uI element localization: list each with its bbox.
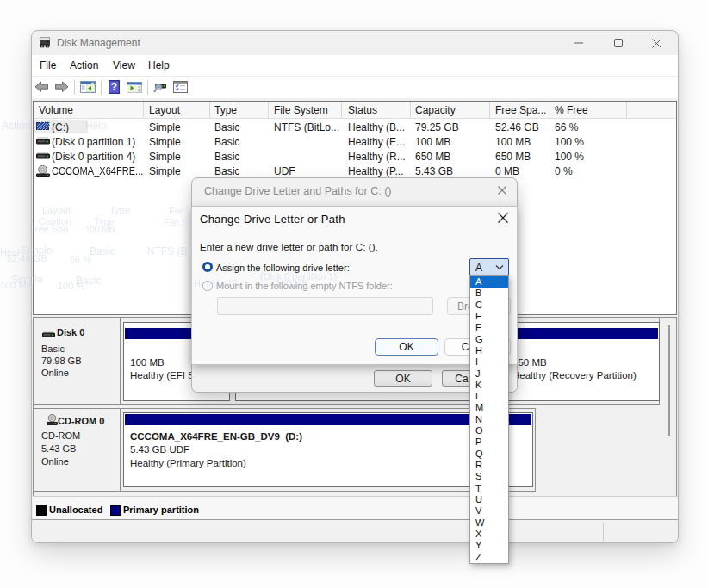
- drive-letter-option-O[interactable]: O: [470, 425, 508, 436]
- graph-scrollbar[interactable]: [668, 325, 670, 436]
- cell-volume: CCCOMA_X64FRE...: [52, 165, 143, 177]
- drive-letter-option-Q[interactable]: Q: [470, 449, 508, 460]
- show-action-pane-icon[interactable]: [127, 82, 142, 93]
- column-header-capacity[interactable]: Capacity: [415, 104, 456, 116]
- parent-dialog-close-icon[interactable]: [494, 183, 510, 198]
- drive-letter-option-Z[interactable]: Z: [470, 552, 508, 563]
- drive-letter-option-H[interactable]: H: [470, 345, 508, 356]
- column-header-type[interactable]: Type: [214, 104, 237, 116]
- show-console-tree-icon[interactable]: [80, 81, 96, 93]
- cell-status: Healthy (P...: [348, 165, 403, 177]
- disk-kind: Basic: [41, 344, 65, 354]
- cell-capacity: 5.43 GB: [415, 165, 453, 177]
- drive-letter-option-E[interactable]: E: [470, 311, 508, 322]
- column-separator: [489, 102, 490, 118]
- drive-letter-option-I[interactable]: I: [470, 356, 508, 368]
- drive-letter-option-B[interactable]: B: [470, 288, 508, 299]
- column-header-volume[interactable]: Volume: [39, 104, 73, 116]
- drive-letter-option-G[interactable]: G: [470, 334, 508, 345]
- column-separator: [550, 102, 550, 118]
- toolbar-separator: [147, 80, 148, 95]
- svg-text:?: ?: [111, 81, 117, 93]
- disk-info-panel[interactable]: CD-ROM 0CD-ROM5.43 GBOnline: [34, 409, 121, 491]
- parent-dialog-title: Change Drive Letter and Paths for C: (): [204, 185, 391, 197]
- rescan-disks-icon[interactable]: [153, 81, 167, 95]
- cell-type: Basic: [214, 165, 239, 177]
- legend-bar: UnallocatedPrimary partition: [33, 497, 679, 522]
- back-icon[interactable]: [34, 81, 49, 93]
- cell-layout: Simple: [149, 151, 181, 163]
- cell-free: 650 MB: [495, 151, 531, 163]
- column-header--free[interactable]: % Free: [555, 104, 588, 116]
- mount-path-field[interactable]: [217, 297, 433, 315]
- maximize-button[interactable]: [601, 31, 636, 55]
- drive-letter-option-S[interactable]: S: [470, 471, 508, 482]
- help-icon[interactable]: ?: [109, 80, 120, 94]
- drive-letter-option-P[interactable]: P: [470, 436, 508, 448]
- drive-letter-option-X[interactable]: X: [470, 529, 508, 540]
- cell-layout: Simple: [149, 165, 181, 177]
- assign-drive-letter-label: Assign the following drive letter:: [216, 263, 350, 273]
- drive-letter-option-J[interactable]: J: [470, 368, 508, 380]
- cd-icon: [36, 165, 50, 177]
- drive-letter-option-T[interactable]: T: [470, 483, 508, 494]
- ok-button[interactable]: OK: [375, 338, 438, 356]
- ghost-text: 100 MB: [0, 280, 33, 290]
- menu-action[interactable]: Action: [70, 59, 98, 71]
- disk-band-cd-rom-0: CD-ROM 0CD-ROM5.43 GBOnlineCCCOMA_X64FRE…: [33, 408, 536, 492]
- column-header-free-spa-[interactable]: Free Spa...: [495, 104, 546, 116]
- cell-pct: 100 %: [555, 151, 584, 163]
- assign-drive-letter-radio[interactable]: [202, 262, 213, 272]
- menu-file[interactable]: File: [40, 59, 56, 71]
- mount-folder-radio[interactable]: [202, 281, 213, 291]
- drive-letter-option-R[interactable]: R: [470, 460, 508, 471]
- window-title: Disk Management: [57, 37, 140, 49]
- drive-letter-option-L[interactable]: L: [470, 391, 508, 402]
- volume-row-4[interactable]: CCCOMA_X64FRE...SimpleBasicUDFHealthy (P…: [34, 164, 676, 178]
- drive-letter-option-C[interactable]: C: [470, 300, 508, 311]
- toolbar-separator: [101, 80, 102, 95]
- screen: Disk Management File Action View Help: [0, 0, 708, 588]
- parent-ok-button[interactable]: OK: [374, 370, 432, 387]
- disk-info-panel[interactable]: Disk 0Basic79.98 GBOnline: [34, 318, 121, 404]
- column-header-layout[interactable]: Layout: [149, 104, 180, 116]
- cell-type: Basic: [214, 136, 239, 148]
- disk-name: CD-ROM 0: [58, 416, 104, 426]
- drive-letter-option-U[interactable]: U: [470, 494, 508, 505]
- drive-letter-combobox[interactable]: A: [469, 258, 509, 276]
- drive-letter-option-A[interactable]: A: [470, 276, 508, 288]
- cell-volume: (Disk 0 partition 4): [52, 151, 135, 163]
- drive-letter-option-F[interactable]: F: [470, 322, 508, 333]
- drive-letter-option-V[interactable]: V: [470, 505, 508, 517]
- disk-state: Online: [41, 368, 69, 378]
- minimize-button[interactable]: [562, 31, 596, 55]
- menu-help[interactable]: Help: [148, 59, 170, 71]
- drive-letter-option-Y[interactable]: Y: [470, 540, 508, 551]
- column-separator: [268, 102, 269, 118]
- column-separator: [143, 102, 144, 118]
- properties-icon[interactable]: [173, 81, 188, 93]
- close-button[interactable]: [639, 31, 674, 55]
- drive-letter-option-W[interactable]: W: [470, 517, 508, 529]
- menu-view[interactable]: View: [113, 59, 135, 71]
- disk-state: Online: [41, 456, 69, 467]
- cell-status: Healthy (R...: [348, 151, 406, 163]
- dialog-close-icon[interactable]: [495, 210, 511, 226]
- volume-row-2[interactable]: (Disk 0 partition 1)SimpleBasicHealthy (…: [34, 134, 676, 149]
- column-header-status[interactable]: Status: [348, 104, 377, 116]
- partition-label: Healthy (Recovery Partition): [512, 369, 657, 383]
- volume-row-1[interactable]: (C:)SimpleBasicNTFS (BitLo...Healthy (B.…: [34, 120, 676, 134]
- drive-letter-option-K[interactable]: K: [470, 380, 508, 391]
- primary-partition-color-bar: [507, 328, 658, 339]
- legend-label: Primary partition: [123, 504, 199, 515]
- drive-letter-option-N[interactable]: N: [470, 414, 508, 425]
- column-header-file-system[interactable]: File System: [274, 104, 328, 116]
- disk-name: Disk 0: [57, 327, 84, 337]
- partition-box[interactable]: 650 MBHealthy (Recovery Partition): [506, 322, 660, 401]
- drive-letter-option-M[interactable]: M: [470, 402, 508, 413]
- titlebar[interactable]: Disk Management: [32, 31, 678, 55]
- column-separator: [626, 102, 627, 118]
- partition-icon: [36, 151, 50, 160]
- volume-row-3[interactable]: (Disk 0 partition 4)SimpleBasicHealthy (…: [34, 149, 676, 164]
- forward-icon[interactable]: [54, 81, 69, 93]
